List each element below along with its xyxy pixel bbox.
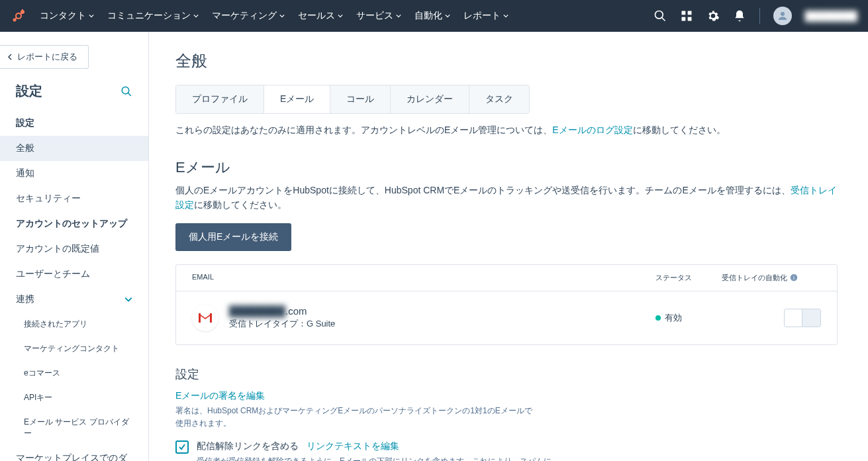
tab-calendar[interactable]: カレンダー <box>391 85 469 113</box>
chevron-down-icon <box>124 295 132 303</box>
nav-service[interactable]: サービス <box>356 10 401 22</box>
user-avatar[interactable] <box>773 7 792 25</box>
svg-line-4 <box>15 18 17 19</box>
sidebar-sub-email-provider[interactable]: Eメール サービス プロバイダー <box>0 410 148 446</box>
email-accounts-table: EMAIL ステータス 受信トレイの自動化 i ████████.com 受信ト… <box>175 264 838 345</box>
email-log-settings-link[interactable]: Eメールのログ設定 <box>552 125 632 135</box>
sidebar: レポートに戻る 設定 設定 全般 通知 セキュリティー アカウントのセットアップ… <box>0 32 149 461</box>
nav-communication[interactable]: コミュニケーション <box>107 10 199 22</box>
search-icon[interactable] <box>653 9 667 23</box>
tabs: プロファイル Eメール コール カレンダー タスク <box>175 85 530 114</box>
info-icon[interactable]: i <box>790 274 798 282</box>
svg-point-6 <box>655 11 663 19</box>
sidebar-section-settings: 設定 <box>0 111 148 136</box>
nav-marketing[interactable]: マーケティング <box>212 10 285 22</box>
sidebar-section-account-setup: アカウントのセットアップ <box>0 211 148 236</box>
marketplace-icon[interactable] <box>680 9 693 23</box>
status-dot-icon <box>655 315 661 321</box>
notifications-bell-icon[interactable] <box>733 9 746 23</box>
svg-text:i: i <box>793 275 795 281</box>
nav-automation[interactable]: 自動化 <box>414 10 450 22</box>
svg-point-2 <box>16 13 21 19</box>
edit-email-signature-link[interactable]: Eメールの署名を編集 <box>175 390 838 402</box>
sidebar-sub-ecommerce[interactable]: eコマース <box>0 361 148 385</box>
sidebar-search-icon[interactable] <box>121 85 132 97</box>
svg-point-12 <box>781 12 785 16</box>
sidebar-title: 設定 <box>16 82 42 100</box>
email-address: ████████.com <box>229 305 655 317</box>
tab-description: これらの設定はあなたのみに適用されます。アカウントレベルのEメール管理については… <box>175 125 838 136</box>
sidebar-item-general[interactable]: 全般 <box>0 136 148 161</box>
page-title: 全般 <box>175 50 838 72</box>
svg-line-7 <box>661 18 665 21</box>
back-to-reports-button[interactable]: レポートに戻る <box>0 45 89 69</box>
sidebar-sub-api-key[interactable]: APIキー <box>0 385 148 410</box>
main-content: 全般 プロファイル Eメール コール カレンダー タスク これらの設定はあなたの… <box>149 32 864 461</box>
sidebar-sub-connected-apps[interactable]: 接続されたアプリ <box>0 312 148 336</box>
settings-gear-icon[interactable] <box>706 9 720 23</box>
email-section-description: 個人のEメールアカウントをHubSpotに接続して、HubSpot CRMでEメ… <box>175 183 838 213</box>
sidebar-item-security[interactable]: セキュリティー <box>0 186 148 211</box>
nav-reports[interactable]: レポート <box>463 10 508 22</box>
tab-tasks[interactable]: タスク <box>469 85 529 113</box>
sidebar-item-marketplace-downloads[interactable]: マーケットプレイスでのダウンロード <box>0 446 148 461</box>
sidebar-item-users-teams[interactable]: ユーザーとチーム <box>0 262 148 287</box>
th-status: ステータス <box>655 273 722 283</box>
unsubscribe-description: 受信者が受信登録を解除できるように、Eメールの下部にリンクを含めます。これにより… <box>197 455 554 461</box>
unsubscribe-link-label: 配信解除リンクを含める <box>197 440 299 452</box>
hubspot-logo-icon[interactable] <box>11 8 26 24</box>
status-cell: 有効 <box>655 312 722 324</box>
tab-call[interactable]: コール <box>330 85 391 113</box>
account-name[interactable]: ████████ <box>805 11 857 21</box>
nav-sales[interactable]: セールス <box>298 10 343 22</box>
svg-point-13 <box>122 87 129 94</box>
sidebar-sub-marketing-contacts[interactable]: マーケティングコンタクト <box>0 336 148 361</box>
svg-line-14 <box>128 93 131 96</box>
tab-profile[interactable]: プロファイル <box>176 85 264 113</box>
inbox-automation-toggle[interactable] <box>784 309 821 327</box>
svg-line-3 <box>21 13 22 14</box>
svg-rect-9 <box>687 11 691 15</box>
th-inbox-automation: 受信トレイの自動化 i <box>722 273 821 283</box>
top-navigation: コンタクト コミュニケーション マーケティング セールス サービス 自動化 レポ… <box>0 0 868 32</box>
unsubscribe-link-checkbox[interactable] <box>175 440 189 454</box>
check-icon <box>178 443 186 451</box>
edit-link-text-link[interactable]: リンクテキストを編集 <box>307 440 399 452</box>
sidebar-item-notifications[interactable]: 通知 <box>0 161 148 186</box>
divider <box>759 8 760 24</box>
gmail-icon <box>192 305 218 331</box>
sidebar-item-account-defaults[interactable]: アカウントの既定値 <box>0 236 148 262</box>
inbox-type: 受信トレイタイプ：G Suite <box>229 318 655 330</box>
th-email: EMAIL <box>192 273 655 283</box>
email-section-title: Eメール <box>175 158 838 178</box>
signature-description: 署名は、HubSpot CRMおよびマーケティングEメールのパーソナライズトーク… <box>175 405 533 430</box>
nav-contacts[interactable]: コンタクト <box>40 10 94 22</box>
svg-rect-10 <box>681 17 685 21</box>
svg-rect-8 <box>681 11 685 15</box>
tab-email[interactable]: Eメール <box>264 85 330 113</box>
nav-right: ████████ <box>653 7 857 25</box>
settings-subsection-title: 設定 <box>175 366 838 382</box>
svg-rect-11 <box>687 17 691 21</box>
sidebar-item-integrations[interactable]: 連携 <box>0 287 148 312</box>
nav-menu: コンタクト コミュニケーション マーケティング セールス サービス 自動化 レポ… <box>40 10 653 22</box>
connect-personal-email-button[interactable]: 個人用Eメールを接続 <box>175 223 291 251</box>
email-account-row: ████████.com 受信トレイタイプ：G Suite 有効 <box>176 291 837 344</box>
